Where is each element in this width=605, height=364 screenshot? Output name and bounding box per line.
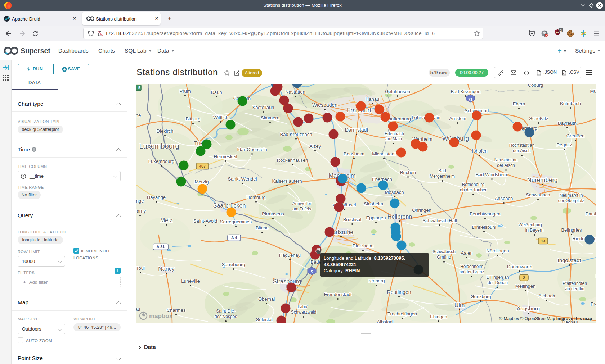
svg-text:Luxembourg: Luxembourg xyxy=(148,159,174,164)
svg-text:renberg: renberg xyxy=(369,278,385,283)
svg-text:x: x xyxy=(563,72,564,75)
svg-text:A 4: A 4 xyxy=(231,236,238,240)
svg-text:Mergentheim: Mergentheim xyxy=(430,174,455,179)
svg-text:Nuremberg: Nuremberg xyxy=(527,177,557,183)
svg-text:Aalen: Aalen xyxy=(461,250,472,256)
svg-text:der Aisch: der Aisch xyxy=(513,148,530,153)
svg-text:Bitche: Bitche xyxy=(256,225,269,231)
svg-text:an der Ilm: an der Ilm xyxy=(565,286,584,291)
svg-text:Alzey: Alzey xyxy=(309,144,321,149)
svg-text:Wiesbaden: Wiesbaden xyxy=(312,102,337,108)
svg-text:Hanau: Hanau xyxy=(366,96,379,102)
svg-text:Weißenburg: Weißenburg xyxy=(518,222,542,227)
svg-text:Eppingen: Eppingen xyxy=(366,215,386,220)
svg-text:Rockenhausen: Rockenhausen xyxy=(277,158,308,163)
svg-text:Rothenburg: Rothenburg xyxy=(462,182,485,187)
svg-text:Bad Kissingen: Bad Kissingen xyxy=(451,89,480,94)
svg-text:des-Vosges: des-Vosges xyxy=(215,314,237,319)
svg-text:Bitburg: Bitburg xyxy=(185,116,200,122)
svg-text:Lunéville: Lunéville xyxy=(181,278,200,284)
svg-text:Sarrebourg: Sarrebourg xyxy=(221,262,245,267)
svg-text:Freisi: Freisi xyxy=(591,301,596,307)
svg-text:407: 407 xyxy=(199,164,206,168)
svg-text:Dillingen an: Dillingen an xyxy=(487,275,509,280)
svg-text:Reutlingen: Reutlingen xyxy=(387,289,411,295)
svg-text:5: 5 xyxy=(138,86,140,90)
svg-text:Pfaffenhofen: Pfaffenhofen xyxy=(563,281,587,286)
svg-text:Diekirch: Diekirch xyxy=(157,128,174,134)
svg-text:Bruchsal: Bruchsal xyxy=(343,217,362,222)
svg-text:Bad Kreuznach: Bad Kreuznach xyxy=(280,132,312,137)
svg-text:Gmünd: Gmünd xyxy=(437,255,451,260)
svg-text:Saarbrücken: Saarbrücken xyxy=(213,203,246,209)
svg-text:Saint-Dié-: Saint-Dié- xyxy=(216,309,235,314)
svg-text:ne: ne xyxy=(136,113,141,118)
svg-text:Pforzheim: Pforzheim xyxy=(353,243,374,249)
svg-text:Kaiserslautern: Kaiserslautern xyxy=(272,178,302,184)
svg-text:Buchen: Buchen xyxy=(400,170,416,175)
svg-text:Münch: Münch xyxy=(590,88,596,94)
svg-text:Daun: Daun xyxy=(211,90,222,95)
svg-text:Pegnitz: Pegnitz xyxy=(556,142,572,147)
svg-text:Schwarzwald: Schwarzwald xyxy=(291,310,317,315)
svg-text:Feuchtwangen: Feuchtwangen xyxy=(470,211,500,217)
svg-text:Freudenstadt: Freudenstadt xyxy=(324,292,352,297)
svg-text:Sélestat: Sélestat xyxy=(256,317,273,322)
svg-text:© Mapbox © OpenStreetMap Impro: © Mapbox © OpenStreetMap Improve this ma… xyxy=(499,316,592,321)
svg-text:Hayange: Hayange xyxy=(147,195,166,200)
svg-text:5: 5 xyxy=(311,270,313,274)
svg-text:Ulm: Ulm xyxy=(454,302,465,308)
svg-text:mapbox: mapbox xyxy=(149,313,173,319)
svg-text:Saint-Avold: Saint-Avold xyxy=(193,218,217,224)
svg-text:Darmstadt: Darmstadt xyxy=(345,127,368,133)
svg-text:Prüm: Prüm xyxy=(179,88,191,94)
svg-text:der Aisch: der Aisch xyxy=(497,163,515,168)
svg-text:Idar-Oberstein: Idar-Oberstein xyxy=(237,147,267,152)
svg-text:Arnstein: Arnstein xyxy=(449,116,466,121)
svg-text:Sankt Wendel: Sankt Wendel xyxy=(228,176,257,182)
svg-text:Meitingen: Meitingen xyxy=(515,283,535,289)
svg-text:Nördlingen: Nördlingen xyxy=(487,248,509,254)
svg-text:Annweiler: Annweiler xyxy=(292,201,312,206)
svg-text:ob der Tauber: ob der Tauber xyxy=(460,187,487,192)
svg-text:Ingolstadt: Ingolstadt xyxy=(557,257,581,263)
svg-text:Schwabach: Schwabach xyxy=(526,192,550,197)
svg-text:Simmern: Simmern xyxy=(261,115,279,120)
svg-text:Nancy: Nancy xyxy=(158,266,174,272)
svg-text:Ansbach: Ansbach xyxy=(495,196,513,201)
svg-text:Schwäbisch: Schwäbisch xyxy=(433,249,456,254)
svg-text:au: au xyxy=(136,306,140,312)
svg-text:2: 2 xyxy=(523,276,525,280)
svg-text:Wittlich: Wittlich xyxy=(213,115,228,120)
svg-text:Metz: Metz xyxy=(160,217,173,223)
svg-text:Ebern: Ebern xyxy=(513,101,525,106)
svg-text:Erlenbach: Erlenbach xyxy=(385,131,404,136)
svg-text:der Oberpfalz: der Oberpfalz xyxy=(558,198,584,203)
svg-text:Öhringen: Öhringen xyxy=(412,208,431,213)
svg-text:Hermeskeil: Hermeskeil xyxy=(214,154,237,159)
svg-text:13: 13 xyxy=(541,239,545,243)
svg-text:Gelnhausen: Gelnhausen xyxy=(385,89,410,94)
svg-text:Mair: Mair xyxy=(595,273,596,279)
svg-text:2: 2 xyxy=(560,28,562,32)
svg-text:am Main: am Main xyxy=(385,136,402,141)
svg-text:Heilbronn: Heilbronn xyxy=(387,214,412,220)
svg-text:Kulmbach: Kulmbach xyxy=(560,101,581,106)
svg-text:Neustadt an: Neustadt an xyxy=(494,158,518,163)
svg-text:Strasbourg: Strasbourg xyxy=(273,278,301,285)
svg-text:Lahr/: Lahr/ xyxy=(297,304,308,309)
svg-text:Donauwörth: Donauwörth xyxy=(507,264,532,269)
svg-text:Neumarkt in: Neumarkt in xyxy=(560,193,583,198)
svg-text:Augsburg: Augsburg xyxy=(517,305,540,311)
svg-text:Heidenheim: Heidenheim xyxy=(460,264,483,269)
svg-text:Parsberg: Parsberg xyxy=(586,211,596,217)
svg-text:Sarreguemines: Sarreguemines xyxy=(220,219,252,224)
svg-text:Merzig: Merzig xyxy=(194,179,209,185)
svg-text:an der Brenz: an der Brenz xyxy=(460,269,484,274)
svg-text:Haguenau: Haguenau xyxy=(279,252,301,258)
svg-text:Sinsheim: Sinsheim xyxy=(364,201,383,206)
svg-text:Pirmasens: Pirmasens xyxy=(262,211,284,217)
svg-text:A 31: A 31 xyxy=(157,245,165,249)
svg-text:Iphofen: Iphofen xyxy=(472,148,487,154)
svg-text:ange: ange xyxy=(136,198,144,204)
